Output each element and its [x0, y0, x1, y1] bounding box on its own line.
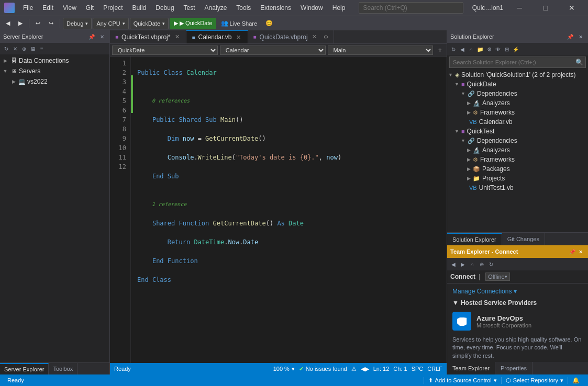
redo-button[interactable]: ↪ [45, 18, 57, 29]
tab-team-explorer[interactable]: Team Explorer [447, 362, 495, 374]
close-panel-icon[interactable]: ✕ [98, 32, 106, 41]
back-button[interactable]: ◀ [2, 18, 14, 29]
member-dropdown[interactable]: Main [328, 46, 434, 55]
namespace-dropdown[interactable]: Calendar [220, 46, 326, 55]
se-item-dependencies-2[interactable]: ▼ 🔗 Dependencies [447, 136, 588, 145]
global-search-input[interactable] [359, 2, 463, 14]
refresh-icon[interactable]: ↻ [2, 44, 10, 53]
tab-solution-explorer[interactable]: Solution Explorer [447, 233, 502, 245]
server-explorer-tree: ▶ 🗄 Data Connections ▼ 🖥 Servers ▶ 💻 vs2… [0, 54, 109, 362]
pin-icon[interactable]: 📌 [568, 247, 576, 256]
se-item-quickdate[interactable]: ▼ ■ QuickDate [447, 80, 588, 89]
properties-icon[interactable]: ≡ [38, 44, 46, 53]
search-icon[interactable]: 🔍 [573, 59, 585, 66]
menu-debug[interactable]: Debug [151, 2, 178, 14]
connect-icon[interactable]: ⊕ [478, 260, 486, 268]
tab-quickdate-vbproj[interactable]: ■ QuickDate.vbproj ✕ ⚙ [248, 30, 334, 43]
stop-icon[interactable]: ✕ [11, 44, 19, 53]
se-item-solution[interactable]: ▼ ◈ Solution 'QuickSolution1' (2 of 2 pr… [447, 70, 588, 80]
select-repository-button[interactable]: ⬡ Select Repository ▾ [501, 377, 568, 384]
issues-indicator[interactable]: ✔ No issues found [299, 366, 347, 372]
pin-icon[interactable]: 📌 [87, 32, 96, 41]
tab-server-explorer[interactable]: Server Explorer [0, 363, 49, 374]
platform-dropdown[interactable]: Any CPU ▾ [93, 18, 128, 29]
se-item-analyzers-2[interactable]: ▶ 🔬 Analyzers [447, 145, 588, 155]
tab-close-icon[interactable]: ✕ [311, 33, 318, 41]
tab-properties[interactable]: Properties [495, 362, 532, 374]
collapse-icon[interactable]: ⊟ [503, 45, 511, 53]
tree-item-servers[interactable]: ▼ 🖥 Servers [0, 66, 109, 76]
tab-quicktest-vbproj[interactable]: ■ QuickTest.vbproj* ✕ [110, 30, 186, 43]
show-files-icon[interactable]: 📁 [476, 45, 484, 53]
se-item-analyzers-1[interactable]: ▶ 🔬 Analyzers [447, 98, 588, 108]
back-icon[interactable]: ◀ [458, 45, 467, 53]
status-dropdown[interactable]: Offline ▾ [485, 273, 510, 281]
se-item-frameworks-1[interactable]: ▶ ⚙ Frameworks [447, 108, 588, 117]
menu-git[interactable]: Git [82, 2, 98, 14]
back-icon[interactable]: ◀ [449, 260, 458, 268]
zoom-control[interactable]: 100 % ▾ [273, 366, 295, 372]
manage-connections-link[interactable]: Manage Connections ▾ [449, 286, 586, 297]
add-server-icon[interactable]: 🖥 [29, 44, 37, 53]
undo-button[interactable]: ↩ [32, 18, 44, 29]
title-search-area [353, 2, 468, 14]
minimize-button[interactable]: ─ [507, 0, 531, 16]
home-icon[interactable]: ⌂ [467, 45, 475, 53]
menu-view[interactable]: View [59, 2, 81, 14]
menu-file[interactable]: File [19, 2, 37, 14]
se-item-quicktest[interactable]: ▼ ■ QuickTest [447, 127, 588, 136]
home-icon[interactable]: ⌂ [468, 260, 476, 268]
pin-icon[interactable]: 📌 [566, 32, 574, 41]
filter-icon[interactable]: ⚡ [512, 45, 520, 53]
forward-button[interactable]: ▶ [15, 18, 26, 29]
sync-icon[interactable]: ↻ [449, 45, 458, 53]
tree-item-vs2022[interactable]: ▶ 💻 vs2022 [0, 76, 109, 87]
preview-icon[interactable]: 👁 [494, 45, 502, 53]
se-label: Dependencies [477, 90, 517, 97]
azure-devops-logo [452, 312, 471, 331]
menu-edit[interactable]: Edit [38, 2, 58, 14]
menu-build[interactable]: Build [128, 2, 151, 14]
se-item-unittest-vb[interactable]: VB UnitTest1.vb [447, 183, 588, 192]
se-item-packages[interactable]: ▶ 📦 Packages [447, 164, 588, 174]
menu-analyze[interactable]: Analyze [201, 2, 231, 14]
notifications-button[interactable]: 🔔 [568, 377, 584, 384]
menu-tools[interactable]: Tools [232, 2, 255, 14]
config-dropdown[interactable]: Debug ▾ [63, 18, 92, 29]
settings-icon[interactable]: ⚙ [485, 45, 493, 53]
menu-extensions[interactable]: Extensions [256, 2, 295, 14]
close-panel-icon[interactable]: ✕ [576, 247, 585, 256]
tab-calendar-vb[interactable]: ■ Calendar.vb ✕ [186, 30, 248, 43]
close-panel-icon[interactable]: ✕ [576, 32, 585, 41]
tab-close-icon[interactable]: ✕ [235, 33, 242, 41]
se-item-frameworks-2[interactable]: ▶ ⚙ Frameworks [447, 155, 588, 164]
connect-icon[interactable]: ⊕ [20, 44, 28, 53]
menu-help[interactable]: Help [328, 2, 350, 14]
live-share-button[interactable]: 👥 Live Share [217, 18, 261, 29]
menu-window[interactable]: Window [296, 2, 327, 14]
add-member-button[interactable]: + [435, 44, 445, 56]
run-button[interactable]: ▶ ▶ QuickDate [170, 18, 216, 29]
code-editor[interactable]: Public Class Calendar 0 references Publi… [133, 56, 447, 363]
se-item-dependencies-1[interactable]: ▼ 🔗 Dependencies [447, 89, 588, 98]
se-search-input[interactable] [450, 58, 573, 66]
close-button[interactable]: ✕ [560, 0, 584, 16]
project-dropdown[interactable]: QuickDate ▾ [130, 18, 169, 29]
tab-toolbox[interactable]: Toolbox [49, 363, 77, 374]
tab-git-changes[interactable]: Git Changes [502, 233, 545, 245]
expand-section-arrow[interactable]: ▼ [452, 299, 459, 306]
window-title: Quic…ion1 [472, 4, 503, 12]
feedback-button[interactable]: 😊 [262, 18, 276, 29]
tab-close-icon[interactable]: ✕ [173, 33, 181, 41]
forward-icon[interactable]: ▶ [459, 260, 467, 268]
menu-test[interactable]: Test [180, 2, 199, 14]
se-item-calendar-vb[interactable]: VB Calendar.vb [447, 117, 588, 127]
maximize-button[interactable]: □ [534, 0, 558, 16]
refresh-icon[interactable]: ↻ [487, 260, 495, 268]
se-item-projects[interactable]: ▶ 📁 Projects [447, 174, 588, 183]
menu-project[interactable]: Project [99, 2, 127, 14]
tree-item-data-connections[interactable]: ▶ 🗄 Data Connections [0, 55, 109, 66]
settings-icon[interactable]: ⚙ [324, 34, 328, 40]
context-dropdown[interactable]: QuickDate [112, 46, 218, 55]
add-source-control-button[interactable]: ⬆ Add to Source Control ▾ [424, 377, 501, 384]
